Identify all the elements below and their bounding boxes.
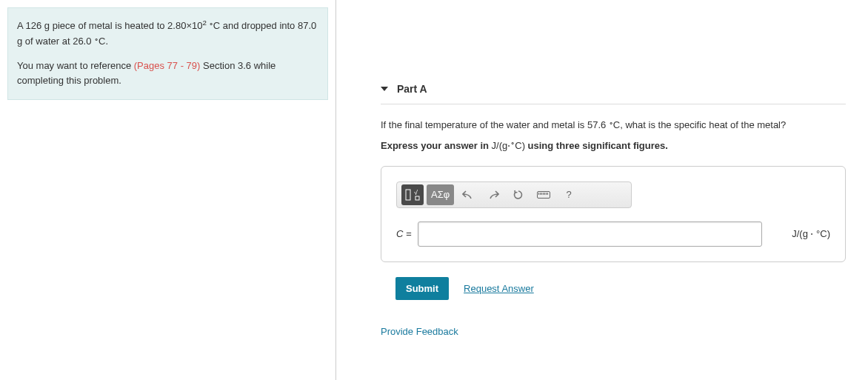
svg-rect-0: [406, 190, 410, 200]
unit-label: J/(g ⋅ °C): [792, 228, 830, 239]
keyboard-icon[interactable]: [533, 184, 555, 205]
reset-icon[interactable]: [507, 184, 530, 205]
answer-box: √ ΑΣφ ? C = J/(g ⋅ °C): [381, 166, 846, 262]
input-row: C = J/(g ⋅ °C): [396, 221, 830, 247]
svg-text:√: √: [414, 189, 418, 196]
problem-panel: A 126 g piece of metal is heated to 2.80…: [0, 0, 336, 380]
problem-text-1: A 126 g piece of metal is heated to 2.80…: [17, 19, 318, 50]
part-header[interactable]: Part A: [381, 74, 846, 104]
answer-input[interactable]: [418, 221, 763, 247]
submit-row: Submit Request Answer: [381, 277, 846, 300]
question-text: If the final temperature of the water an…: [381, 118, 846, 133]
help-icon[interactable]: ?: [558, 184, 580, 205]
request-answer-link[interactable]: Request Answer: [464, 283, 534, 294]
template-icon[interactable]: √: [401, 184, 424, 205]
problem-statement: A 126 g piece of metal is heated to 2.80…: [7, 7, 328, 100]
problem-text-2: You may want to reference (Pages 77 - 79…: [17, 59, 318, 90]
instruction-text: Express your answer in J/(g⋅∘C) using th…: [381, 140, 846, 151]
variable-label: C =: [396, 228, 412, 239]
svg-rect-2: [415, 196, 419, 200]
feedback-link[interactable]: Provide Feedback: [381, 326, 846, 337]
answer-panel: Part A If the final temperature of the w…: [336, 0, 868, 380]
part-title: Part A: [397, 83, 427, 95]
collapse-icon: [381, 87, 388, 91]
redo-icon[interactable]: [482, 184, 504, 205]
reference-link[interactable]: (Pages 77 - 79): [134, 60, 201, 71]
formula-toolbar: √ ΑΣφ ?: [396, 181, 632, 208]
undo-icon[interactable]: [457, 184, 479, 205]
greek-button[interactable]: ΑΣφ: [427, 184, 454, 205]
submit-button[interactable]: Submit: [395, 277, 449, 300]
